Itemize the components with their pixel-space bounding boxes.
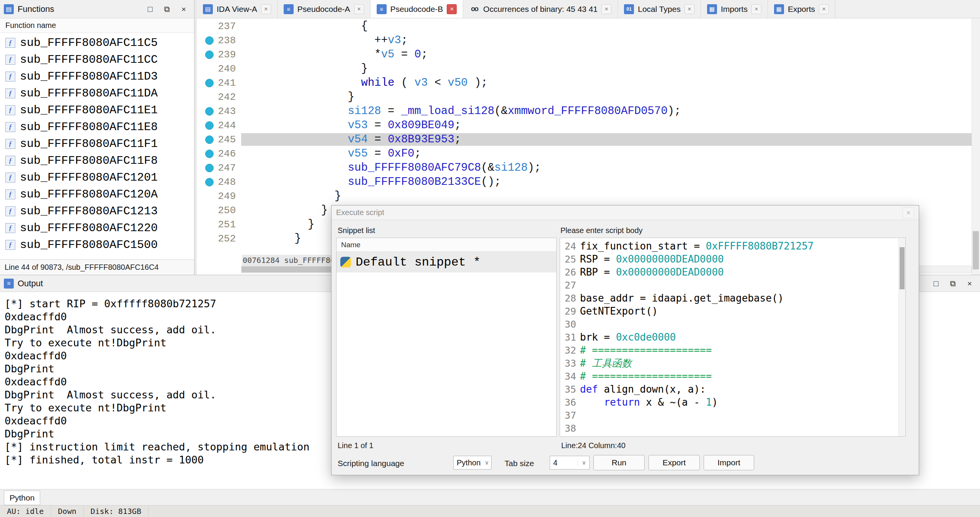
tab-close-icon[interactable]: × — [354, 4, 364, 14]
code-line[interactable]: 245 v54 = 0x8B93E953; — [197, 132, 972, 147]
editor-line[interactable]: 28base_addr = idaapi.get_imagebase() — [560, 292, 898, 305]
editor-line[interactable]: 32# ==================== — [560, 344, 898, 357]
line-gutter[interactable]: 251 — [197, 219, 241, 230]
tab-close-icon[interactable]: × — [751, 4, 761, 14]
tab-pseudocode-a[interactable]: ≡Pseudocode-A× — [278, 0, 371, 18]
scrollbar-thumb[interactable] — [973, 231, 979, 269]
line-gutter[interactable]: 244 — [197, 120, 241, 131]
function-name-column-header[interactable]: Function name — [0, 18, 194, 33]
code-line[interactable]: 237 { — [197, 19, 972, 33]
function-list[interactable]: ƒsub_FFFFF8080AFC11C5ƒsub_FFFFF8080AFC11… — [0, 33, 194, 259]
line-gutter[interactable]: 243 — [197, 106, 241, 117]
editor-line[interactable]: 37 — [560, 409, 898, 422]
function-list-item[interactable]: ƒsub_FFFFF8080AFC11E8 — [2, 119, 194, 135]
line-gutter[interactable]: 239 — [197, 49, 241, 60]
line-gutter[interactable]: 247 — [197, 162, 241, 174]
function-list-item[interactable]: ƒsub_FFFFF8080AFC11E1 — [2, 102, 194, 119]
vertical-scrollbar[interactable] — [972, 18, 980, 275]
line-gutter[interactable]: 249 — [197, 191, 241, 202]
function-list-item[interactable]: ƒsub_FFFFF8080AFC120A — [2, 186, 194, 203]
tab-local-types[interactable]: 01Local Types× — [618, 0, 701, 18]
code-line[interactable]: 242 } — [197, 90, 972, 104]
breakpoint-icon[interactable] — [205, 121, 214, 130]
function-list-item[interactable]: ƒsub_FFFFF8080AFC11DA — [2, 85, 194, 102]
editor-line[interactable]: 30 — [560, 318, 898, 331]
breakpoint-icon[interactable] — [205, 150, 214, 158]
line-gutter[interactable]: 250 — [197, 205, 241, 216]
breakpoint-icon[interactable] — [205, 36, 214, 45]
code-line[interactable]: 243 si128 = _mm_load_si128(&xmmword_FFFF… — [197, 104, 972, 118]
line-gutter[interactable]: 252 — [197, 233, 241, 245]
breakpoint-icon[interactable] — [205, 79, 214, 87]
float-icon[interactable]: ⧉ — [160, 3, 173, 16]
function-list-item[interactable]: ƒsub_FFFFF8080AFC11F1 — [2, 135, 194, 152]
breakpoint-icon[interactable] — [205, 164, 214, 172]
run-button[interactable]: Run — [593, 455, 645, 470]
line-gutter[interactable]: 246 — [197, 148, 241, 160]
editor-line[interactable]: 27 — [560, 279, 898, 292]
code-line[interactable]: 246 v55 = 0xF0; — [197, 147, 972, 161]
function-list-item[interactable]: ƒsub_FFFFF8080AFC1201 — [2, 169, 194, 186]
tab-close-icon[interactable]: × — [447, 4, 457, 14]
tab-imports[interactable]: ▦Imports× — [701, 0, 768, 18]
editor-line[interactable]: 38 — [560, 422, 898, 435]
functions-titlebar[interactable]: ▤ Functions □ ⧉ × — [0, 0, 194, 18]
function-list-item[interactable]: ƒsub_FFFFF8080AFC11D3 — [2, 68, 194, 85]
function-list-item[interactable]: ƒsub_FFFFF8080AFC1220 — [2, 220, 194, 236]
maximize-icon[interactable]: □ — [144, 3, 157, 16]
function-list-item[interactable]: ƒsub_FFFFF8080AFC1213 — [2, 203, 194, 220]
line-gutter[interactable]: 245 — [197, 134, 241, 145]
breakpoint-icon[interactable] — [205, 178, 214, 186]
function-list-item[interactable]: ƒsub_FFFFF8080AFC1500 — [2, 236, 194, 253]
breakpoint-icon[interactable] — [205, 51, 214, 59]
code-line[interactable]: 249 } — [197, 189, 972, 203]
language-select[interactable]: Python ∨ — [453, 456, 492, 470]
code-line[interactable]: 244 v53 = 0x809BE049; — [197, 118, 972, 132]
script-editor[interactable]: 24fix_function_start = 0xFFFFF8080B72125… — [560, 238, 906, 437]
export-button[interactable]: Export — [648, 455, 700, 470]
line-gutter[interactable]: 237 — [197, 21, 241, 32]
line-gutter[interactable]: 248 — [197, 176, 241, 188]
editor-line[interactable]: 24fix_function_start = 0xFFFFF8080B72125… — [560, 240, 898, 253]
tab-size-select[interactable]: 4 ∨ — [550, 456, 590, 470]
line-gutter[interactable]: 241 — [197, 77, 241, 89]
editor-line[interactable]: 36 return x & ~(a - 1) — [560, 396, 898, 409]
editor-scrollbar[interactable] — [898, 238, 905, 436]
editor-line[interactable]: 29GetNTExport() — [560, 305, 898, 318]
tab-close-icon[interactable]: × — [684, 4, 694, 14]
close-icon[interactable]: × — [903, 207, 914, 218]
maximize-icon[interactable]: □ — [929, 277, 942, 290]
editor-line[interactable]: 26RBP = 0x00000000DEAD0000 — [560, 266, 898, 279]
function-list-item[interactable]: ƒsub_FFFFF8080AFC11C5 — [2, 34, 194, 51]
dialog-titlebar[interactable]: Execute script × — [332, 205, 919, 220]
code-line[interactable]: 248 sub_FFFFF8080B2133CE(); — [197, 175, 972, 189]
editor-line[interactable]: 31brk = 0xc0de0000 — [560, 331, 898, 344]
editor-line[interactable]: 34# ==================== — [560, 370, 898, 383]
function-list-item[interactable]: ƒsub_FFFFF8080AFC11CC — [2, 51, 194, 68]
line-gutter[interactable]: 242 — [197, 91, 241, 103]
editor-line[interactable]: 25RSP = 0x00000000DEAD0000 — [560, 253, 898, 266]
code-line[interactable]: 241 while ( v3 < v50 ); — [197, 76, 972, 90]
tab-exports[interactable]: ▦Exports× — [768, 0, 835, 18]
line-gutter[interactable]: 240 — [197, 63, 241, 75]
breakpoint-icon[interactable] — [205, 135, 214, 144]
line-gutter[interactable]: 238 — [197, 35, 241, 46]
tab-close-icon[interactable]: × — [261, 4, 271, 14]
float-icon[interactable]: ⧉ — [946, 277, 959, 290]
snippet-list[interactable]: Name Default snippet * — [336, 238, 557, 437]
tab-occurrences-of-binary-45-43-41[interactable]: ooOccurrences of binary: 45 43 41× — [463, 0, 618, 18]
tab-bar[interactable]: ▤IDA View-A×≡Pseudocode-A×≡Pseudocode-B×… — [197, 0, 980, 18]
snippet-list-item[interactable]: Default snippet * — [336, 252, 556, 272]
code-line[interactable]: 240 } — [197, 62, 972, 76]
tab-close-icon[interactable]: × — [819, 4, 829, 14]
code-line[interactable]: 238 ++v3; — [197, 33, 972, 47]
code-line[interactable]: 239 *v5 = 0; — [197, 47, 972, 62]
tab-close-icon[interactable]: × — [601, 4, 611, 14]
tab-ida-view-a[interactable]: ▤IDA View-A× — [197, 0, 278, 18]
snippet-name-column-header[interactable]: Name — [336, 238, 556, 252]
close-icon[interactable]: × — [177, 3, 190, 16]
import-button[interactable]: Import — [704, 455, 754, 470]
close-icon[interactable]: × — [963, 277, 976, 290]
breakpoint-icon[interactable] — [205, 107, 214, 116]
code-line[interactable]: 247 sub_FFFFF8080AFC79C8(&si128); — [197, 161, 972, 175]
